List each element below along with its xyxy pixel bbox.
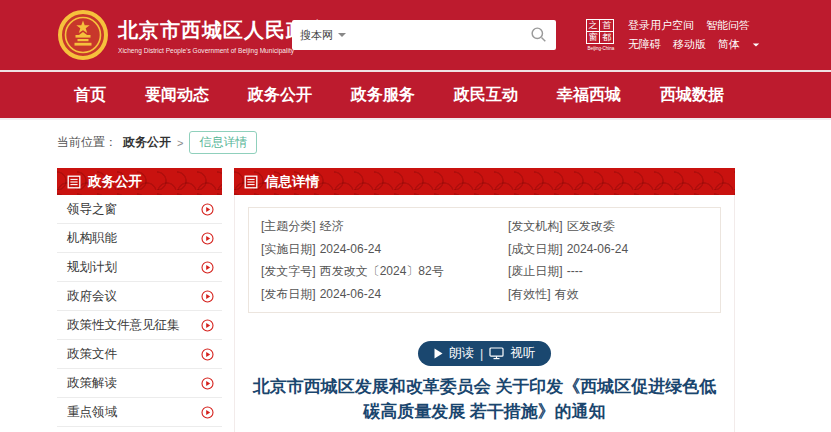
meta-label: [发布日期] <box>261 283 316 306</box>
logo-char: 首 <box>600 20 613 32</box>
nav-item[interactable]: 政民互动 <box>454 85 518 106</box>
document-list-icon <box>244 175 258 189</box>
header-link[interactable]: 智能问答 <box>706 16 750 35</box>
search-scope-label: 搜本网 <box>300 28 333 43</box>
main-panel-title: 信息详情 <box>265 173 319 191</box>
header-utility-links: 登录用户空间智能问答 无障碍移动版简体 <box>628 16 760 54</box>
meta-label: [实施日期] <box>261 238 316 261</box>
meta-label: [发文机构] <box>508 215 563 238</box>
meta-value: 2024-06-24 <box>320 283 381 306</box>
play-circle-icon <box>201 348 214 361</box>
breadcrumb-current-chip: 信息详情 <box>189 131 257 154</box>
nav-item[interactable]: 政务服务 <box>351 85 415 106</box>
capital-window-logo[interactable]: 之 首 窗 都 Beijing-China <box>586 19 616 51</box>
header-link[interactable]: 移动版 <box>673 35 706 54</box>
meta-value: 经济 <box>320 215 344 238</box>
monitor-icon <box>489 347 504 360</box>
sidebar-title: 政务公开 <box>88 173 142 191</box>
search-scope-dropdown[interactable]: 搜本网 <box>300 28 346 43</box>
play-circle-icon <box>201 377 214 390</box>
meta-value: 区发改委 <box>567 215 615 238</box>
caret-down-icon <box>338 33 346 37</box>
national-emblem-logo <box>57 9 109 61</box>
meta-label: [发文字号] <box>261 260 316 283</box>
logo-caption: Beijing-China <box>586 46 616 51</box>
meta-row: [主题分类] 经济 [发文机构] 区发改委 <box>261 215 708 238</box>
sidebar-menu-item[interactable]: 重点领域 <box>57 398 222 427</box>
header-link[interactable]: 简体 <box>718 35 740 54</box>
sidebar-menu-item[interactable]: 机构职能 <box>57 224 222 253</box>
meta-value: 西发改文〔2024〕82号 <box>320 260 444 283</box>
sidebar-menu-item[interactable]: 政策文件 <box>57 340 222 369</box>
read-aloud-video-button[interactable]: 朗读 | 视听 <box>418 341 551 366</box>
nav-item[interactable]: 首页 <box>74 85 106 106</box>
main-panel-header: 信息详情 <box>234 168 735 195</box>
document-detail-body: [主题分类] 经济 [发文机构] 区发改委 [实施日期] 2024-06-24 <box>234 195 735 432</box>
nav-item[interactable]: 幸福西城 <box>557 85 621 106</box>
video-label: 视听 <box>510 345 535 362</box>
site-title: 北京市西城区人民政府 <box>118 17 280 44</box>
button-separator: | <box>480 347 483 361</box>
nav-item[interactable]: 政务公开 <box>248 85 312 106</box>
breadcrumb: 当前位置： 政务公开 > 信息详情 <box>57 131 257 154</box>
nav-item[interactable]: 要闻动态 <box>145 85 209 106</box>
caret-down-icon[interactable] <box>753 43 759 46</box>
logo-char: 窗 <box>587 32 600 44</box>
header-link[interactable]: 无障碍 <box>628 35 661 54</box>
meta-value: 2024-06-24 <box>320 238 381 261</box>
sidebar-menu-item[interactable]: 领导之窗 <box>57 195 222 224</box>
nav-bottom-strip <box>0 118 831 120</box>
play-circle-icon <box>201 290 214 303</box>
sidebar-menu-item[interactable]: 政策解读 <box>57 369 222 398</box>
nav-item[interactable]: 西城数据 <box>660 85 724 106</box>
document-title: 北京市西城区发展和改革委员会 关于印发《西城区促进绿色低碳高质量发展 若干措施》… <box>245 374 725 424</box>
sidebar-menu-item[interactable]: 规划计划 <box>57 253 222 282</box>
play-circle-icon <box>201 203 214 216</box>
play-icon <box>434 348 443 359</box>
meta-row: [发布日期] 2024-06-24 [有效性] 有效 <box>261 283 708 306</box>
meta-row: [实施日期] 2024-06-24 [成文日期] 2024-06-24 <box>261 238 708 261</box>
breadcrumb-prefix: 当前位置： <box>57 134 117 151</box>
meta-label: [主题分类] <box>261 215 316 238</box>
play-circle-icon <box>201 232 214 245</box>
logo-char: 都 <box>600 32 613 44</box>
play-circle-icon <box>201 261 214 274</box>
play-circle-icon <box>201 406 214 419</box>
sidebar-menu-item[interactable]: 政策性文件意见征集 <box>57 311 222 340</box>
logo-char: 之 <box>587 20 600 32</box>
play-circle-icon <box>201 319 214 332</box>
site-subtitle-english: Xicheng District People's Government of … <box>118 47 280 54</box>
search-input[interactable] <box>354 28 530 42</box>
meta-label: [废止日期] <box>508 260 563 283</box>
meta-value: 有效 <box>555 283 579 306</box>
meta-label: [成文日期] <box>508 238 563 261</box>
breadcrumb-section-link[interactable]: 政务公开 <box>123 134 171 151</box>
meta-value: ---- <box>567 260 583 283</box>
sidebar: 政务公开 领导之窗 机构职能 <box>57 168 222 432</box>
header-link[interactable]: 登录用户空间 <box>628 16 694 35</box>
meta-label: [有效性] <box>508 283 551 306</box>
search-icon[interactable] <box>530 26 548 44</box>
meta-value: 2024-06-24 <box>567 238 628 261</box>
sidebar-menu-item[interactable]: 政府公报 <box>57 427 222 432</box>
document-meta-table: [主题分类] 经济 [发文机构] 区发改委 [实施日期] 2024-06-24 <box>248 207 721 313</box>
breadcrumb-separator: > <box>177 137 183 149</box>
sidebar-menu-item[interactable]: 政府会议 <box>57 282 222 311</box>
read-aloud-label: 朗读 <box>449 345 474 362</box>
sidebar-header: 政务公开 <box>57 168 222 195</box>
site-search: 搜本网 <box>292 20 556 50</box>
main-navigation: 首页要闻动态政务公开政务服务政民互动幸福西城西城数据 <box>0 72 831 118</box>
meta-row: [发文字号] 西发改文〔2024〕82号 [废止日期] ---- <box>261 260 708 283</box>
site-header: 北京市西城区人民政府 Xicheng District People's Gov… <box>0 0 831 70</box>
document-list-icon <box>67 175 81 189</box>
main-panel: 信息详情 [主题分类] 经济 [发文机构] 区发改委 <box>234 168 735 432</box>
